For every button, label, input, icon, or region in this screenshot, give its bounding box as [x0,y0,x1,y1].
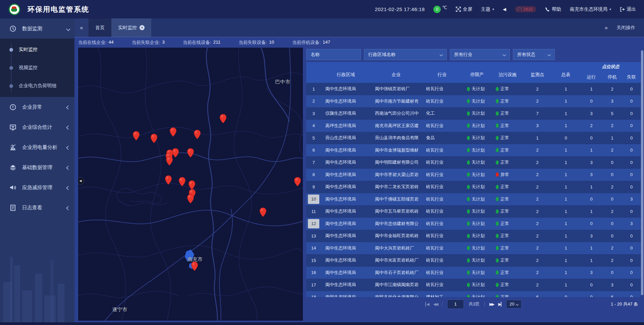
table-row[interactable]: 1阆中生态环境局阆中强锐页岩砖厂砖瓦行业无计划正常21120 [306,83,641,95]
sidebar-subitem[interactable]: 企业电力负荷明细 [0,77,74,95]
col-stop: 停限产 [463,62,491,83]
status-dot-icon [496,246,499,250]
chevron-left-icon [66,186,70,190]
bullet-dot-icon [9,48,13,52]
map-panel[interactable]: 巴中市南充市遂宁市 ◀ [78,48,303,321]
logout-icon [620,7,625,12]
help-button[interactable]: 帮助 [545,6,561,12]
name-search-input[interactable] [306,49,361,60]
map-pin-icon[interactable] [191,261,198,271]
page-number-input[interactable] [447,300,464,309]
bar-chart-icon [9,144,16,151]
map-pin-icon[interactable] [294,177,301,187]
sidebar-item-6[interactable]: 日志查看 [0,198,74,218]
status-dot-icon [467,295,470,297]
status-dot-icon [467,160,470,165]
sidebar: 数据监测实时监控视频监控企业电力负荷明细企业异常企业综合统计企业用电量分析基础数… [0,18,74,322]
table-row[interactable]: 11阆中生态环境局阆中市五马桥页岩机砖砖瓦行业无计划正常21120 [306,205,641,218]
sidebar-subitem[interactable]: 实时监控 [0,41,74,59]
table-row[interactable]: 10阆中生态环境局阆中千佛镇五郎垭页岩砖瓦行业无计划正常21003 [306,193,641,206]
notification-badge[interactable]: 2632 [515,6,536,12]
status-dot-icon [496,234,499,238]
table-row[interactable]: 7阆中生态环境局阆中明阳建材有限公司砖瓦行业无计划正常21300 [306,156,641,169]
status-dot-icon [496,197,499,201]
group-header-label: 点位状态 [581,62,641,71]
table-row[interactable]: 16阆中生态环境局阆中市石子页岩机砖厂砖瓦行业无计划正常21300 [306,267,641,279]
sidebar-item-5[interactable]: 应急减排管理 [0,177,74,198]
table-row[interactable]: 18南部生态环境局南部县砖化土湖有限公建材加工无计划正常60060 [306,291,641,297]
organization-dropdown[interactable]: 南充市生态环境局▾ [570,6,611,12]
status-select[interactable]: 所有状态 [513,49,555,60]
status-dot-icon [496,258,499,263]
col-point-status-group: 点位状态 运行 停机 失联 [581,62,641,83]
close-icon[interactable]: ✕ [140,25,145,30]
table-row[interactable]: 5营山生态环境局营山县润丰肉食品有限食品无计划正常10010 [306,132,641,144]
tab-0[interactable]: 首页 [89,18,111,37]
map-pin-icon[interactable] [187,148,194,158]
map-pin-icon[interactable] [194,129,201,140]
tabs-scroll-left-button[interactable]: « [74,18,89,37]
logout-button[interactable]: 退出 [620,6,636,12]
map-pin-icon[interactable] [219,114,227,124]
megaphone-icon [9,184,16,191]
chevron-down-icon [440,53,443,56]
table-row[interactable]: 3仪陇生态环境局西南油气田分公司川中化工无计划正常71350 [306,107,641,120]
close-operations-button[interactable]: 关闭操作 [616,25,635,31]
chevron-left-icon [66,125,70,130]
industry-select[interactable]: 所有行业 [450,49,510,60]
last-page-button[interactable]: ▶ [498,302,501,307]
theme-dropdown[interactable]: 主题▾ [481,6,494,12]
sidebar-item-2[interactable]: 企业综合统计 [0,117,74,137]
chevron-left-icon [66,105,70,110]
temperature-display: 0 ℃ [433,6,447,13]
table-row[interactable]: 9阆中生态环境局阆中市二龙长宝页岩砖砖瓦行业无计划正常21120 [306,181,641,193]
chevron-left-icon [66,206,70,210]
tabs-scroll-right-button[interactable]: » [605,24,608,31]
table-row[interactable]: 12阆中生态环境局阆中市忠信建材有限公砖瓦行业无计划正常21003 [306,218,641,230]
table-row[interactable]: 2阆中生态环境局阆中市南方节能建材有砖瓦行业无计划正常21030 [306,95,641,108]
col-lost: 失联 [622,71,641,83]
table-row[interactable]: 6阆中生态环境局阆中市金博瑞新型墙材砖瓦行业无计划正常21120 [306,144,641,157]
sidebar-item-3[interactable]: 企业用电量分析 [0,137,74,157]
map-pin-icon[interactable] [166,156,173,166]
chevron-down-icon: ▾ [609,7,611,11]
region-select[interactable]: 行政区域名称 [364,49,447,60]
sidebar-item-1[interactable]: 企业异常 [0,97,74,117]
table-row[interactable]: 8阆中生态环境局阆中市枣碧大梁山页岩砖瓦行业无计划异常21300 [306,169,641,181]
status-dot-icon [496,87,499,91]
map-pin-icon[interactable] [169,127,177,137]
sidebar-item-4[interactable]: 基础数据管理 [0,157,74,177]
page-scrollbar[interactable] [641,50,643,295]
tab-1[interactable]: 实时监控✕ [111,18,151,37]
map-pin-icon[interactable] [187,194,194,204]
speaker-icon[interactable]: ◀ [503,7,506,12]
status-dot-icon [496,160,499,165]
map-pin-icon[interactable] [165,175,172,185]
map-pin-icon[interactable] [132,131,140,141]
col-run: 运行 [581,71,602,83]
fullscreen-button[interactable]: 全屏 [456,6,472,12]
map-pin-icon[interactable] [178,177,186,187]
col-monitor: 监测点 [524,62,551,83]
clock-icon [9,25,16,32]
map-pin-icon[interactable] [259,207,267,217]
next-page-button[interactable]: ▶▶ [489,302,493,307]
table-row[interactable]: 13阆中生态环境局阆中市金福旺页岩机砖砖瓦行业无计划正常21300 [306,230,641,242]
prev-page-button[interactable]: ◀◀ [433,302,437,307]
map-pin-icon[interactable] [150,133,158,144]
status-dot-icon [467,221,470,226]
record-range-label: 1 - 20 共47 条 [611,301,638,307]
table-row[interactable]: 4高坪生态环境局南充市高坪区王家店建砖瓦行业无计划正常31220 [306,120,641,132]
status-dot-icon [467,148,470,152]
temperature-unit: ℃ [442,5,447,10]
status-dot-icon [496,99,499,103]
col-total: 总表 [551,62,581,83]
sidebar-item-0[interactable]: 数据监测 [0,18,74,39]
table-row[interactable]: 17阆中生态环境局阆中市江南镇阆南页岩砖瓦行业无计划正常21030 [306,279,641,291]
sidebar-subitem[interactable]: 视频监控 [0,59,74,77]
page-size-select[interactable]: 20 [506,300,522,309]
first-page-button[interactable]: ◀ [425,302,428,307]
table-row[interactable]: 15阆中生态环境局阆中市光富页岩机砖厂砖瓦行业无计划正常21120 [306,254,641,267]
table-row[interactable]: 14阆中生态环境局阆中大兴页岩机砖厂砖瓦行业无计划正常21120 [306,242,641,255]
col-facility: 治污设施 [491,62,524,83]
